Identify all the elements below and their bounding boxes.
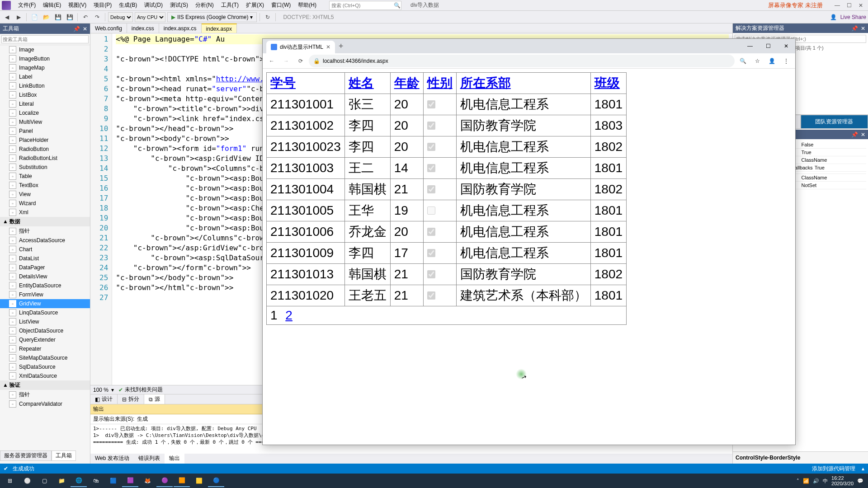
browser-reload-button[interactable]: ⟳: [294, 55, 307, 67]
search-button[interactable]: ⚪: [19, 474, 35, 487]
split-tab[interactable]: ⊟拆分: [118, 394, 144, 404]
ime-icon[interactable]: 中: [823, 478, 828, 484]
table-header[interactable]: 学号: [267, 73, 345, 94]
toolbox-item[interactable]: ▫RadioButton: [0, 145, 90, 154]
menu-item[interactable]: 扩展(X): [242, 1, 268, 9]
zoom-icon[interactable]: 🔍: [736, 55, 749, 67]
toolbox-item[interactable]: ▫FormView: [0, 290, 90, 299]
toolbox-item[interactable]: ▫Table: [0, 172, 90, 181]
toolbox-item[interactable]: ▫Chart: [0, 245, 90, 254]
toolbox-item[interactable]: ▫EntityDataSource: [0, 281, 90, 290]
toolbox-group[interactable]: ▲ 验证: [0, 380, 90, 390]
menu-item[interactable]: 文件(F): [14, 1, 39, 9]
menu-item[interactable]: 测试(S): [166, 1, 192, 9]
toolbox-item[interactable]: ▫CompareValidator: [0, 399, 90, 408]
config-select[interactable]: Debug: [108, 12, 133, 22]
save-button[interactable]: 💾: [53, 12, 63, 22]
save-all-button[interactable]: 💾: [65, 12, 75, 22]
toolbox-item[interactable]: ▫Substitution: [0, 163, 90, 172]
menu-item[interactable]: 帮助(H): [294, 1, 320, 9]
refresh-button[interactable]: ↻: [263, 12, 273, 22]
server-explorer-tab[interactable]: 服务器资源管理器: [0, 450, 52, 461]
close-icon[interactable]: ✕: [83, 26, 87, 32]
document-tab[interactable]: index.css: [127, 23, 159, 33]
toolbox-item[interactable]: ▫DetailsView: [0, 272, 90, 281]
menu-icon[interactable]: ⋮: [780, 55, 793, 67]
output-tab[interactable]: 错误列表: [134, 454, 165, 464]
toolbox-item[interactable]: ▫PlaceHolder: [0, 136, 90, 145]
back-button[interactable]: ◀: [2, 12, 12, 22]
network-icon[interactable]: 📶: [803, 478, 809, 484]
pin-icon[interactable]: 📌: [851, 25, 858, 32]
toolbox-item[interactable]: ▫ListBox: [0, 90, 90, 99]
close-icon[interactable]: ✕: [861, 131, 865, 138]
output-source-value[interactable]: 生成: [137, 415, 148, 423]
toolbox-item[interactable]: ▫GridView: [0, 299, 90, 308]
close-icon[interactable]: ✕: [861, 25, 865, 32]
toolbox-item[interactable]: ▫RadioButtonList: [0, 154, 90, 163]
toolbox-item[interactable]: ▫Label: [0, 72, 90, 81]
menu-item[interactable]: 工具(T): [217, 1, 242, 9]
undo-button[interactable]: ↶: [80, 12, 90, 22]
table-header[interactable]: 姓名: [344, 73, 390, 94]
table-header[interactable]: 所在系部: [456, 73, 590, 94]
notification-icon[interactable]: 💬: [857, 478, 863, 484]
toolbox-item[interactable]: ▫Repeater: [0, 344, 90, 353]
menu-item[interactable]: 视图(V): [65, 1, 90, 9]
source-tab[interactable]: ⧉源: [144, 394, 165, 404]
pager-next-link[interactable]: 2: [285, 308, 292, 322]
menu-item[interactable]: 编辑(E): [39, 1, 65, 9]
toolbox-item[interactable]: ▫XmlDataSource: [0, 371, 90, 380]
maximize-button[interactable]: ☐: [844, 1, 854, 9]
toolbox-item[interactable]: ▫MultiView: [0, 117, 90, 127]
forward-button[interactable]: ▶: [14, 12, 24, 22]
toolbox-item[interactable]: ▫Literal: [0, 99, 90, 108]
toolbox-item[interactable]: ▫Localize: [0, 108, 90, 117]
toolbox-item[interactable]: ▫Xml: [0, 208, 90, 217]
add-source-control[interactable]: 添加到源代码管理: [812, 465, 855, 473]
document-tab[interactable]: Web.config: [90, 23, 127, 33]
toolbox-item[interactable]: ▫AccessDataSource: [0, 236, 90, 245]
recorder-icon[interactable]: 🟧: [174, 474, 190, 487]
live-share-button[interactable]: Live Share: [840, 14, 866, 20]
search-box[interactable]: 🔍: [329, 1, 401, 10]
toolbox-item[interactable]: ▫ImageMap: [0, 63, 90, 72]
tray-up-icon[interactable]: ˄: [797, 478, 799, 484]
tab-close-icon[interactable]: ✕: [326, 44, 330, 50]
redo-button[interactable]: ↷: [92, 12, 102, 22]
vs-icon[interactable]: 🟣: [156, 474, 173, 487]
toolbox-item[interactable]: ▫指针: [0, 226, 90, 236]
url-field[interactable]: 🔒 localhost:44366/index.aspx: [309, 55, 735, 67]
toolbox-item[interactable]: ▫指针: [0, 390, 90, 399]
app-icon[interactable]: 🟨: [191, 474, 207, 487]
user-icon[interactable]: 👤: [829, 12, 839, 22]
browser-back-button[interactable]: ←: [265, 55, 278, 67]
toolbox-search[interactable]: [1, 35, 89, 43]
new-tab-button[interactable]: +: [335, 42, 347, 51]
toolbox-item[interactable]: ▫LinqDataSource: [0, 308, 90, 317]
app-icon[interactable]: 🟪: [122, 474, 138, 487]
toolbox-item[interactable]: ▫Panel: [0, 127, 90, 136]
document-tab[interactable]: index.aspx.cs: [159, 23, 202, 33]
menu-item[interactable]: 分析(N): [192, 1, 217, 9]
toolbox-item[interactable]: ▫TextBox: [0, 181, 90, 190]
star-icon[interactable]: ☆: [751, 55, 764, 67]
browser-minimize-button[interactable]: —: [741, 40, 759, 52]
menu-item[interactable]: 项目(P): [90, 1, 115, 9]
edge-icon[interactable]: 🌐: [71, 474, 87, 487]
task-view-button[interactable]: ▢: [36, 474, 52, 487]
toolbox-item[interactable]: ▫View: [0, 190, 90, 199]
toolbox-item[interactable]: ▫Image: [0, 45, 90, 54]
chevron-down-icon[interactable]: ▾: [111, 387, 114, 393]
toolbox-item[interactable]: ▫ObjectDataSource: [0, 326, 90, 335]
toolbox-item[interactable]: ▫LinkButton: [0, 81, 90, 90]
start-button[interactable]: ⊞: [2, 474, 18, 487]
toolbox-item[interactable]: ▫QueryExtender: [0, 335, 90, 344]
run-button[interactable]: ▶ IIS Express (Google Chrome) ▾: [167, 12, 257, 22]
table-header[interactable]: 班级: [590, 73, 626, 94]
open-button[interactable]: 📂: [41, 12, 51, 22]
design-tab[interactable]: ◧设计: [90, 394, 118, 404]
store-icon[interactable]: 🛍: [88, 474, 104, 487]
menu-item[interactable]: 生成(B): [115, 1, 141, 9]
zoom-level[interactable]: 100 %: [90, 387, 111, 393]
